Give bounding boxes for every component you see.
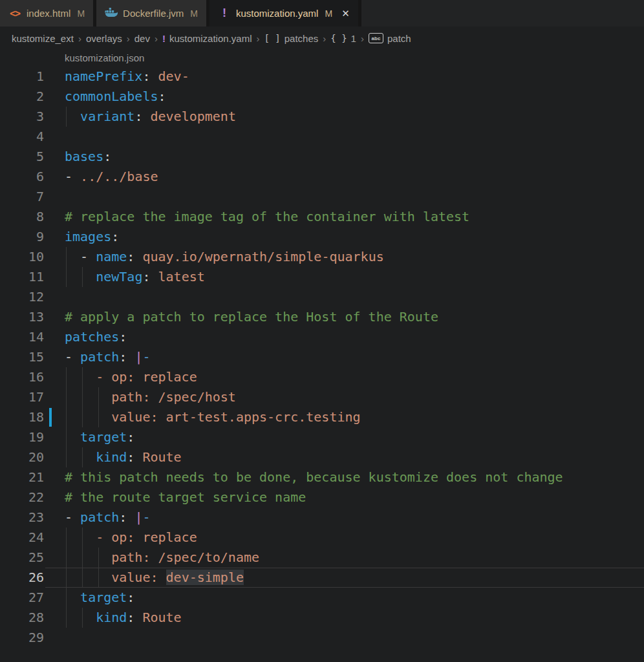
code-line[interactable]: 24 - op: replace — [0, 528, 644, 548]
breadcrumb-label: patch — [387, 33, 411, 44]
code-token — [65, 269, 96, 284]
code-line[interactable]: 9images: — [0, 227, 644, 247]
code-line[interactable]: 1namePrefix: dev- — [0, 67, 644, 87]
line-number-text: 2 — [36, 87, 45, 107]
line-number: 10 — [0, 247, 45, 267]
indent-guide — [82, 548, 83, 568]
line-number: 22 — [0, 487, 45, 507]
code-line[interactable]: 5bases: — [0, 147, 644, 167]
tab-index.html[interactable]: <>index.htmlM — [0, 0, 93, 27]
line-number: 18 — [0, 407, 45, 427]
breadcrumb-label: overlays — [86, 33, 122, 44]
indent-guide — [98, 387, 99, 407]
line-number: 20 — [0, 447, 45, 467]
line-number-text: 20 — [28, 447, 45, 467]
code-token: value: art-test.apps-crc.testing — [65, 409, 361, 425]
code-line[interactable]: 15- patch: |- — [0, 347, 644, 367]
line-number-text: 26 — [28, 568, 45, 588]
code-token: : — [142, 269, 158, 284]
symbol-array-icon: [ ] — [264, 33, 280, 43]
code-token: : — [127, 590, 134, 605]
code-line[interactable]: 10 - name: quay.io/wpernath/simple-quark… — [0, 247, 644, 267]
code-line[interactable]: 22# the route target service name — [0, 487, 644, 507]
code-line[interactable]: 16 - op: replace — [0, 367, 644, 387]
docker-icon — [105, 7, 118, 19]
indent-guide — [66, 247, 67, 267]
indent-guide — [82, 528, 83, 548]
code-editor[interactable]: kustomization.json 1namePrefix: dev-2com… — [0, 50, 644, 662]
modified-indicator: M — [77, 8, 85, 19]
line-number: 13 — [0, 307, 45, 327]
breadcrumb-item-overlays[interactable]: overlays — [86, 33, 122, 44]
line-number-text: 3 — [36, 107, 45, 127]
code-token: Route — [142, 449, 181, 465]
code-line[interactable]: 6- ../../base — [0, 167, 644, 187]
code-line[interactable]: 3 variant: development — [0, 107, 644, 127]
code-token: : — [134, 109, 150, 124]
code-line[interactable]: 13# apply a patch to replace the Host of… — [0, 307, 644, 327]
code-token — [65, 429, 80, 445]
line-number: 9 — [0, 227, 45, 247]
code-line[interactable]: 21# this patch needs to be done, because… — [0, 467, 644, 487]
code-token: patch — [80, 349, 119, 365]
code-line[interactable]: 4 — [0, 127, 644, 147]
code-line[interactable]: 25 path: /spec/to/name — [0, 548, 644, 568]
code-token: : — [158, 89, 166, 104]
indent-guide — [82, 568, 83, 587]
code-line-content: value: art-test.apps-crc.testing — [45, 407, 644, 427]
breadcrumb-item-kustomize_ext[interactable]: kustomize_ext — [12, 33, 74, 44]
code-line[interactable]: 18 value: art-test.apps-crc.testing — [0, 407, 644, 427]
line-number: 6 — [0, 167, 45, 187]
schema-lens[interactable]: kustomization.json — [0, 50, 644, 67]
indent-guide — [82, 387, 83, 407]
tab-label: Dockerfile.jvm — [123, 8, 184, 19]
code-line[interactable]: 11 newTag: latest — [0, 267, 644, 287]
breadcrumb-separator-icon: › — [78, 33, 81, 44]
indent-guide — [98, 548, 99, 568]
tab-kustomization.yaml[interactable]: !kustomization.yamlM✕ — [209, 0, 358, 27]
breadcrumb-item-patches[interactable]: [ ]patches — [264, 33, 318, 44]
editor-tab-bar: <>index.htmlMDockerfile.jvmM!kustomizati… — [0, 0, 644, 27]
docker-whale-icon — [105, 7, 118, 17]
code-token: - — [65, 509, 80, 525]
line-number-text: 9 — [36, 227, 45, 247]
breadcrumb-item-kustomization.yaml[interactable]: !kustomization.yaml — [162, 33, 252, 44]
code-line[interactable]: 28 kind: Route — [0, 608, 644, 628]
indent-guide — [66, 568, 67, 587]
breadcrumb-item-patch[interactable]: abcpatch — [369, 33, 411, 44]
line-number: 3 — [0, 107, 45, 127]
code-line[interactable]: 27 target: — [0, 588, 644, 608]
breadcrumb-item-dev[interactable]: dev — [134, 33, 150, 44]
code-token: target — [80, 590, 127, 605]
breadcrumb-separator-icon: › — [155, 33, 158, 44]
code-line[interactable]: 2commonLabels: — [0, 87, 644, 107]
code-line[interactable]: 19 target: — [0, 427, 644, 447]
code-line[interactable]: 17 path: /spec/host — [0, 387, 644, 407]
code-token: # replace the image tag of the container… — [65, 209, 469, 224]
close-icon[interactable]: ✕ — [341, 8, 350, 19]
code-line[interactable]: 7 — [0, 187, 644, 207]
breadcrumb-item-1[interactable]: { }1 — [330, 33, 356, 44]
code-line[interactable]: 23- patch: |- — [0, 507, 644, 528]
code-line-content: newTag: latest — [45, 267, 644, 287]
code-lines: 1namePrefix: dev-2commonLabels:3 variant… — [0, 67, 644, 648]
code-token: - — [142, 349, 150, 365]
code-line[interactable]: 29 — [0, 628, 644, 648]
code-line[interactable]: 20 kind: Route — [0, 447, 644, 467]
code-line[interactable]: 14patches: — [0, 327, 644, 347]
code-line[interactable]: 26 value: dev-simple — [0, 568, 644, 588]
modified-indicator: M — [190, 8, 198, 19]
code-line[interactable]: 8# replace the image tag of the containe… — [0, 207, 644, 227]
code-line-content: - op: replace — [45, 528, 644, 548]
indent-guide — [66, 107, 67, 127]
tab-Dockerfile.jvm[interactable]: Dockerfile.jvmM — [96, 0, 206, 27]
code-line[interactable]: 12 — [0, 287, 644, 307]
line-number-text: 27 — [28, 588, 45, 608]
code-token — [65, 109, 80, 124]
line-number-text: 10 — [28, 247, 45, 267]
line-number: 25 — [0, 548, 45, 568]
line-number: 21 — [0, 467, 45, 487]
line-number: 11 — [0, 267, 45, 287]
yaml-exclamation-icon: ! — [218, 6, 231, 20]
code-line-content: # the route target service name — [45, 487, 644, 507]
